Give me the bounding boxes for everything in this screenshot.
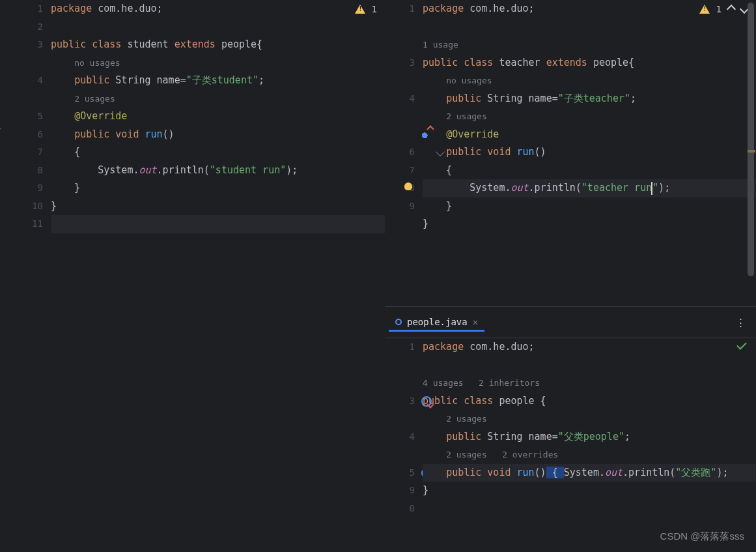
gutter: 1346789 xyxy=(385,0,423,306)
tab-bar: people.java ✕ ⋮ xyxy=(385,307,755,338)
scrollbar[interactable] xyxy=(748,3,754,276)
close-icon[interactable]: ✕ xyxy=(473,317,478,327)
watermark: CSDN @落落落sss xyxy=(660,530,744,543)
editor-pane-student: 1 1234567891011 package com.he.duo;publi… xyxy=(0,0,385,552)
java-file-icon xyxy=(395,319,402,325)
code-area[interactable]: package com.he.duo;public class student … xyxy=(51,0,385,552)
editor-pane-people: people.java ✕ ⋮ 134590 package com.he.du… xyxy=(385,306,756,552)
tab-people[interactable]: people.java ✕ xyxy=(389,314,484,332)
code-editor[interactable]: 1234567891011 package com.he.duo;public … xyxy=(0,0,385,552)
code-editor[interactable]: 1346789 package com.he.duo;1 usagepublic… xyxy=(385,0,755,306)
code-area[interactable]: package com.he.duo;4 usages 2 inheritors… xyxy=(423,338,755,552)
tab-label: people.java xyxy=(407,317,468,327)
gutter: 134590 xyxy=(385,338,423,552)
code-editor[interactable]: 134590 package com.he.duo;4 usages 2 inh… xyxy=(385,338,755,552)
gutter: 1234567891011 xyxy=(0,0,51,552)
more-icon[interactable]: ⋮ xyxy=(736,317,746,328)
editor-pane-teacher: 1 1346789 package com.he.duo;1 usagepubl… xyxy=(385,0,756,306)
code-area[interactable]: package com.he.duo;1 usagepublic class t… xyxy=(423,0,755,306)
scroll-marker xyxy=(748,150,755,153)
